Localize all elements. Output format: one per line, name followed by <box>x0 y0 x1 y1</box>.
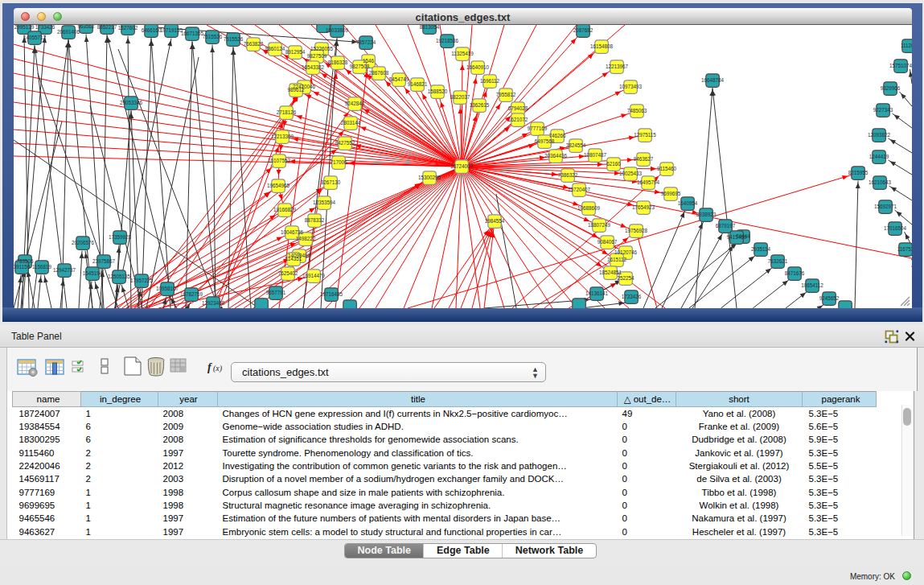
svg-text:7632621: 7632621 <box>768 258 788 264</box>
svg-text:9115460: 9115460 <box>657 166 677 171</box>
svg-text:12975115: 12975115 <box>634 132 656 138</box>
svg-text:9827509: 9827509 <box>307 53 327 59</box>
svg-text:9245652: 9245652 <box>819 295 840 301</box>
svg-text:10688609: 10688609 <box>577 205 601 211</box>
svg-text:9146821: 9146821 <box>408 81 428 87</box>
svg-text:9657791: 9657791 <box>266 290 286 295</box>
svg-text:7857224: 7857224 <box>356 39 376 45</box>
svg-text:391159: 391159 <box>14 264 31 270</box>
svg-text:10046736: 10046736 <box>281 229 304 235</box>
svg-text:1733426: 1733426 <box>35 25 55 30</box>
svg-text:3824554: 3824554 <box>566 142 586 148</box>
svg-text:62160: 62160 <box>606 161 621 167</box>
svg-text:1498222: 1498222 <box>296 236 316 241</box>
svg-text:15720407: 15720407 <box>568 187 591 192</box>
svg-text:19716485: 19716485 <box>320 291 343 297</box>
svg-text:1156819: 1156819 <box>32 264 52 270</box>
svg-text:1545194: 1545194 <box>83 270 103 276</box>
svg-text:746266: 746266 <box>548 133 566 138</box>
svg-text:9415460: 9415460 <box>727 234 747 240</box>
svg-text:9777169: 9777169 <box>528 126 548 131</box>
svg-text:8912954: 8912954 <box>285 49 306 55</box>
svg-text:16671355: 16671355 <box>181 31 204 36</box>
svg-text:7485063: 7485063 <box>627 108 647 113</box>
svg-text:8215955: 8215955 <box>848 170 869 175</box>
svg-text:17359928: 17359928 <box>109 234 132 240</box>
svg-text:12942737: 12942737 <box>53 267 76 273</box>
svg-text:12923468: 12923468 <box>202 300 225 306</box>
svg-text:10120746: 10120746 <box>614 249 638 255</box>
svg-text:(x): (x) <box>213 364 223 373</box>
svg-text:19218586: 19218586 <box>436 38 459 43</box>
svg-text:15751074: 15751074 <box>889 63 912 68</box>
svg-text:14055712: 14055712 <box>23 35 47 40</box>
svg-text:9242848: 9242848 <box>345 101 365 106</box>
svg-text:12353594: 12353594 <box>313 200 336 205</box>
svg-text:15692971: 15692971 <box>874 204 897 209</box>
svg-text:10719155: 10719155 <box>160 27 183 33</box>
svg-text:1527602: 1527602 <box>118 25 138 31</box>
svg-text:10807487: 10807487 <box>584 152 607 158</box>
svg-text:12093822: 12093822 <box>868 132 891 138</box>
svg-text:16543382: 16543382 <box>302 64 325 70</box>
svg-text:7515526: 7515526 <box>203 34 223 39</box>
svg-text:15300295: 15300295 <box>418 175 441 180</box>
svg-text:7663822: 7663822 <box>244 41 264 47</box>
svg-text:6497568: 6497568 <box>535 138 555 144</box>
svg-text:17654923: 17654923 <box>632 204 655 210</box>
svg-text:9463627: 9463627 <box>634 156 654 162</box>
svg-text:1696112: 1696112 <box>480 78 500 84</box>
svg-text:14136141: 14136141 <box>585 290 609 296</box>
svg-text:16640910: 16640910 <box>466 64 490 70</box>
svg-text:6879197: 6879197 <box>716 223 736 229</box>
svg-text:1546: 1546 <box>363 58 375 64</box>
svg-text:16914479: 16914479 <box>302 273 326 278</box>
svg-text:10025433: 10025433 <box>619 171 643 176</box>
svg-text:252254: 252254 <box>617 275 634 281</box>
svg-text:20364436: 20364436 <box>544 153 568 159</box>
svg-text:116753: 116753 <box>897 246 912 252</box>
svg-text:2995139: 2995139 <box>14 25 35 30</box>
svg-text:8938923: 8938923 <box>696 212 717 217</box>
svg-text:16782759: 16782759 <box>180 291 203 297</box>
svg-text:7386322: 7386322 <box>558 172 578 178</box>
svg-text:8454749: 8454749 <box>389 76 409 82</box>
svg-text:11325419: 11325419 <box>451 51 474 56</box>
svg-text:10958107: 10958107 <box>156 286 179 291</box>
svg-text:8186328: 8186328 <box>328 60 348 65</box>
svg-text:12505135: 12505135 <box>108 274 131 279</box>
svg-text:989612: 989612 <box>287 87 305 93</box>
svg-text:19166829: 19166829 <box>273 207 297 212</box>
svg-text:8878332: 8878332 <box>305 217 325 223</box>
svg-text:1733426: 1733426 <box>622 294 642 299</box>
svg-text:1621072: 1621072 <box>508 117 528 122</box>
svg-text:20691406: 20691406 <box>57 29 80 35</box>
svg-text:2867608: 2867608 <box>369 70 389 76</box>
svg-text:111267: 111267 <box>901 43 912 48</box>
svg-text:7515526: 7515526 <box>224 36 244 42</box>
svg-text:10973493: 10973493 <box>619 84 643 89</box>
svg-text:17957225: 17957225 <box>130 278 154 283</box>
svg-text:8471676: 8471676 <box>785 270 805 276</box>
svg-text:16495794: 16495794 <box>637 179 660 185</box>
svg-text:6794028: 6794028 <box>508 105 528 111</box>
svg-text:7955812: 7955812 <box>496 92 516 97</box>
svg-text:1588520: 1588520 <box>428 89 448 94</box>
svg-text:1615112: 1615112 <box>607 257 627 262</box>
svg-text:8822037: 8822037 <box>450 94 470 100</box>
svg-text:9227343: 9227343 <box>873 107 893 113</box>
svg-text:8267130: 8267130 <box>321 179 341 185</box>
svg-text:2935114: 2935114 <box>751 246 771 252</box>
svg-text:114351: 114351 <box>285 256 302 262</box>
svg-text:29053346: 29053346 <box>120 100 143 105</box>
svg-text:2803144: 2803144 <box>341 120 361 126</box>
svg-text:18807249: 18807249 <box>588 222 611 228</box>
svg-text:23975867: 23975867 <box>92 258 116 264</box>
svg-text:10654112: 10654112 <box>801 282 823 288</box>
svg-text:12213967: 12213967 <box>606 64 629 69</box>
svg-text:1984554: 1984554 <box>485 218 505 224</box>
svg-text:16648784: 16648784 <box>701 77 725 83</box>
svg-text:6466160: 6466160 <box>142 27 162 33</box>
svg-text:9084067: 9084067 <box>598 239 618 245</box>
svg-text:1244419: 1244419 <box>869 154 889 159</box>
